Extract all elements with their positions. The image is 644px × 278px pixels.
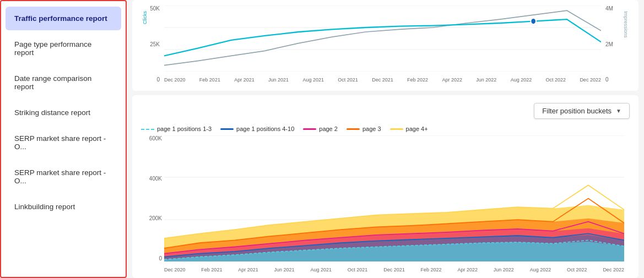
bottom-x-label: Dec 2021 <box>383 267 405 272</box>
bottom-x-label: Feb 2021 <box>201 267 222 272</box>
sidebar-item-daterange[interactable]: Date range comparison report <box>6 67 121 99</box>
legend-item-p4plus: page 4+ <box>390 126 428 132</box>
bottom-y-axis: 600K 400K 200K 0 <box>141 135 164 261</box>
bottom-x-label: Apr 2022 <box>457 267 478 272</box>
bottom-x-label: Oct 2021 <box>348 267 368 272</box>
bottom-x-label: Aug 2022 <box>530 267 551 272</box>
top-chart-svg <box>164 6 601 72</box>
bottom-x-axis: Dec 2020Feb 2021Apr 2021Jun 2021Aug 2021… <box>164 267 624 272</box>
y-left-0: 0 <box>156 77 160 83</box>
sidebar-item-pagetype[interactable]: Page type performance report <box>6 32 121 64</box>
main-content: Clicks 50K 25K 0 Impressions 4M 2M 0 <box>127 0 644 278</box>
legend-item-p1-1-3: page 1 positions 1-3 <box>141 126 212 132</box>
top-x-label: Dec 2021 <box>372 77 393 83</box>
bottom-x-label: Apr 2021 <box>238 267 258 272</box>
legend-color-p1-1-3 <box>141 129 154 130</box>
y-0: 0 <box>159 255 162 261</box>
bottom-x-label: Aug 2021 <box>310 267 332 272</box>
bottom-x-label: Feb 2022 <box>421 267 442 272</box>
y-600k: 600K <box>149 135 162 141</box>
legend-item-p3: page 3 <box>347 126 381 132</box>
legend-color-p2 <box>303 128 316 130</box>
bottom-x-label: Jun 2022 <box>494 267 514 272</box>
top-x-label: Dec 2020 <box>164 77 186 83</box>
y-axis-right: Impressions 4M 2M 0 <box>603 6 630 83</box>
sidebar-item-serp2[interactable]: SERP market share report - O... <box>6 161 121 193</box>
legend-item-p2: page 2 <box>303 126 338 132</box>
top-chart-panel: Clicks 50K 25K 0 Impressions 4M 2M 0 <box>132 0 638 91</box>
sidebar-item-traffic[interactable]: Traffic performance report <box>6 7 121 30</box>
y-axis-left: Clicks 50K 25K 0 <box>141 6 162 83</box>
legend-label-p1-1-3: page 1 positions 1-3 <box>157 126 212 132</box>
top-x-label: Oct 2022 <box>546 77 566 83</box>
legend-label-p1-4-10: page 1 positions 4-10 <box>236 126 294 132</box>
bottom-chart-header: Filter position buckets ▼ <box>141 101 630 121</box>
top-x-label: Apr 2022 <box>442 77 462 83</box>
top-x-label: Feb 2021 <box>199 77 220 83</box>
y-left-label-clicks: Clicks <box>142 11 148 24</box>
top-x-axis: Dec 2020Feb 2021Apr 2021Jun 2021Aug 2021… <box>164 77 601 83</box>
y-left-50k: 50K <box>150 6 160 12</box>
sidebar-item-serp1[interactable]: SERP market share report - O... <box>6 127 121 159</box>
bottom-chart-area: 600K 400K 200K 0 <box>141 135 630 272</box>
y-right-2m: 2M <box>605 41 613 47</box>
top-x-label: Jun 2022 <box>476 77 496 83</box>
filter-label: Filter position buckets <box>542 107 611 115</box>
top-chart-area: Clicks 50K 25K 0 Impressions 4M 2M 0 <box>141 6 630 83</box>
bottom-x-label: Dec 2022 <box>603 267 624 272</box>
y-left-25k: 25K <box>150 41 160 47</box>
sidebar-item-striking[interactable]: Striking distance report <box>6 101 121 124</box>
filter-position-buckets-dropdown[interactable]: Filter position buckets ▼ <box>534 103 630 119</box>
y-400k: 400K <box>149 176 162 182</box>
bottom-x-label: Jun 2021 <box>274 267 295 272</box>
y-200k: 200K <box>149 215 162 221</box>
top-x-label: Aug 2022 <box>511 77 532 83</box>
sidebar: Traffic performance reportPage type perf… <box>0 0 127 278</box>
top-x-label: Feb 2022 <box>407 77 428 83</box>
bottom-chart-panel: Filter position buckets ▼ page 1 positio… <box>132 95 638 278</box>
bottom-chart-svg <box>164 135 624 261</box>
legend-label-p4plus: page 4+ <box>406 126 428 132</box>
legend-color-p3 <box>347 128 360 130</box>
y-right-label-impressions: Impressions <box>623 11 629 38</box>
top-x-label: Aug 2021 <box>302 77 324 83</box>
sidebar-item-linkbuilding[interactable]: Linkbuilding report <box>6 195 121 219</box>
legend-label-p2: page 2 <box>319 126 338 132</box>
top-x-label: Apr 2021 <box>234 77 255 83</box>
bottom-chart-svg-container <box>164 135 624 261</box>
legend-label-p3: page 3 <box>362 126 381 132</box>
svg-point-4 <box>531 18 536 24</box>
filter-arrow-icon: ▼ <box>616 108 621 114</box>
top-chart-svg-container <box>164 6 601 72</box>
y-right-4m: 4M <box>605 6 613 12</box>
top-x-label: Dec 2022 <box>580 77 601 83</box>
legend-color-p1-4-10 <box>220 128 234 130</box>
legend-color-p4plus <box>390 128 403 130</box>
y-right-0: 0 <box>605 77 609 83</box>
bottom-x-label: Dec 2020 <box>164 267 186 272</box>
top-x-label: Jun 2021 <box>268 77 289 83</box>
bottom-x-label: Oct 2022 <box>567 267 587 272</box>
top-x-label: Oct 2021 <box>338 77 358 83</box>
legend-item-p1-4-10: page 1 positions 4-10 <box>220 126 294 132</box>
chart-legend: page 1 positions 1-3page 1 positions 4-1… <box>141 126 630 132</box>
